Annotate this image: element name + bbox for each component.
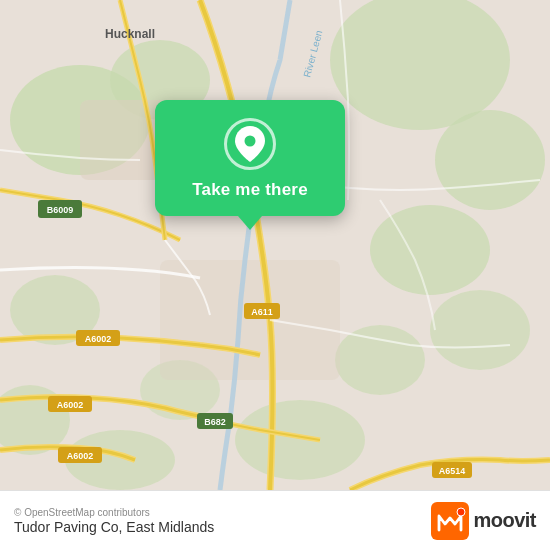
popup-icon-circle	[224, 118, 276, 170]
svg-text:A6002: A6002	[67, 451, 94, 461]
map-attribution: © OpenStreetMap contributors	[14, 507, 214, 518]
svg-text:A611: A611	[251, 307, 273, 317]
svg-rect-14	[160, 260, 340, 380]
location-pin-icon	[235, 126, 265, 162]
bottom-bar: © OpenStreetMap contributors Tudor Pavin…	[0, 490, 550, 550]
svg-point-6	[430, 290, 530, 370]
svg-text:A6002: A6002	[57, 400, 84, 410]
location-name: Tudor Paving Co, East Midlands	[14, 519, 214, 535]
map-container: B6009 A611 A6002 A6002 A6002 B682 A6514 …	[0, 0, 550, 490]
svg-text:B6009: B6009	[47, 205, 74, 215]
svg-text:Hucknall: Hucknall	[105, 27, 155, 41]
svg-point-31	[245, 136, 256, 147]
svg-text:B682: B682	[204, 417, 226, 427]
location-info-block: © OpenStreetMap contributors Tudor Pavin…	[14, 507, 214, 535]
svg-point-4	[435, 110, 545, 210]
svg-point-5	[370, 205, 490, 295]
svg-point-7	[335, 325, 425, 395]
popup-label: Take me there	[192, 180, 308, 200]
moovit-brand-text: moovit	[473, 509, 536, 532]
moovit-icon	[431, 502, 469, 540]
moovit-logo: moovit	[431, 502, 536, 540]
svg-text:A6514: A6514	[439, 466, 466, 476]
map-popup[interactable]: Take me there	[155, 100, 345, 216]
svg-point-33	[457, 508, 465, 516]
svg-text:A6002: A6002	[85, 334, 112, 344]
svg-point-11	[235, 400, 365, 480]
svg-rect-32	[431, 502, 469, 540]
